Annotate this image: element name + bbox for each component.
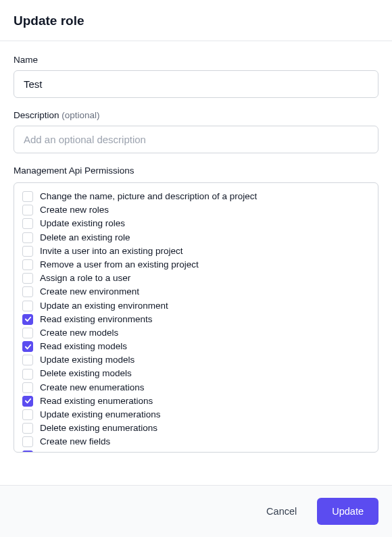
permission-checkbox-wrap[interactable]	[22, 382, 33, 393]
permission-item: Update an existing environment	[14, 299, 378, 313]
permission-checkbox-wrap[interactable]	[22, 218, 33, 229]
permission-item: Create new enumerations	[14, 381, 378, 394]
permission-checkbox[interactable]	[22, 232, 33, 243]
permission-checkbox-wrap[interactable]	[22, 286, 33, 297]
permission-checkbox[interactable]	[22, 273, 33, 284]
check-icon	[24, 343, 32, 351]
permission-item: Read existing models	[14, 340, 378, 353]
permission-checkbox-wrap[interactable]	[22, 328, 33, 338]
cancel-button[interactable]: Cancel	[258, 499, 305, 523]
permission-item: Read existing environments	[14, 313, 378, 326]
permission-item: Read existing enumerations	[14, 394, 378, 408]
permission-checkbox-wrap[interactable]	[22, 259, 33, 270]
check-icon	[24, 452, 32, 453]
permission-label[interactable]: Update existing roles	[40, 218, 125, 229]
permission-checkbox[interactable]	[22, 451, 33, 453]
permission-label[interactable]: Remove a user from an existing project	[40, 259, 199, 270]
permission-item: Create new models	[14, 326, 378, 340]
permission-checkbox-wrap[interactable]	[22, 191, 33, 202]
permission-item: Delete an existing role	[14, 231, 378, 245]
permission-label[interactable]: Read existing fields	[40, 451, 119, 453]
permission-label[interactable]: Update an existing environment	[40, 301, 168, 311]
permission-label[interactable]: Read existing models	[40, 341, 127, 352]
permission-checkbox[interactable]	[22, 191, 33, 202]
page-title: Update role	[14, 14, 378, 28]
permission-label[interactable]: Delete existing models	[40, 368, 132, 379]
permission-checkbox-wrap[interactable]	[22, 436, 33, 447]
permission-checkbox-wrap[interactable]	[22, 205, 33, 215]
permission-item: Create new environment	[14, 285, 378, 299]
permission-checkbox-wrap[interactable]	[22, 314, 33, 325]
permission-item: Delete existing enumerations	[14, 421, 378, 435]
permission-item: Delete existing models	[14, 367, 378, 380]
permission-label[interactable]: Create new environment	[40, 286, 139, 297]
permission-label[interactable]: Update existing models	[40, 355, 134, 365]
permission-checkbox[interactable]	[22, 396, 33, 407]
permission-item: Create new fields	[14, 435, 378, 449]
permission-label[interactable]: Delete an existing role	[40, 232, 130, 243]
permission-label[interactable]: Assign a role to a user	[40, 273, 130, 284]
permission-checkbox-wrap[interactable]	[22, 341, 33, 352]
permission-item: Create new roles	[14, 203, 378, 217]
permission-checkbox[interactable]	[22, 369, 33, 380]
permission-checkbox[interactable]	[22, 259, 33, 270]
permission-label[interactable]: Change the name, picture and description…	[40, 191, 257, 202]
permission-checkbox-wrap[interactable]	[22, 409, 33, 420]
permission-checkbox[interactable]	[22, 218, 33, 229]
permission-label[interactable]: Read existing enumerations	[40, 396, 153, 407]
permission-checkbox-wrap[interactable]	[22, 451, 33, 453]
permission-checkbox[interactable]	[22, 301, 33, 311]
name-input[interactable]	[14, 70, 378, 98]
permission-checkbox[interactable]	[22, 314, 33, 325]
permission-item: Invite a user into an existing project	[14, 245, 378, 258]
permission-checkbox[interactable]	[22, 328, 33, 338]
dialog-footer: Cancel Update	[0, 485, 392, 537]
permission-checkbox[interactable]	[22, 382, 33, 393]
permission-item: Remove a user from an existing project	[14, 258, 378, 272]
permission-label[interactable]: Update existing enumerations	[40, 409, 161, 420]
permission-checkbox-wrap[interactable]	[22, 246, 33, 257]
permission-checkbox[interactable]	[22, 409, 33, 420]
name-label: Name	[14, 55, 378, 65]
description-input[interactable]	[14, 126, 378, 153]
permission-item: Update existing roles	[14, 217, 378, 230]
permission-label[interactable]: Create new fields	[40, 436, 110, 447]
name-field-group: Name	[14, 55, 378, 98]
permission-item: Change the name, picture and description…	[14, 190, 378, 203]
permission-checkbox-wrap[interactable]	[22, 396, 33, 407]
dialog-header: Update role	[0, 0, 392, 41]
permission-checkbox-wrap[interactable]	[22, 232, 33, 243]
check-icon	[24, 315, 32, 323]
permission-checkbox-wrap[interactable]	[22, 355, 33, 365]
permission-checkbox[interactable]	[22, 341, 33, 352]
permission-checkbox-wrap[interactable]	[22, 273, 33, 284]
permission-item: Update existing enumerations	[14, 408, 378, 421]
description-label: Description (optional)	[14, 110, 378, 120]
permission-label[interactable]: Create new models	[40, 328, 118, 338]
permission-label[interactable]: Read existing environments	[40, 314, 153, 325]
permissions-list[interactable]: Change the name, picture and description…	[14, 182, 378, 453]
permission-label[interactable]: Invite a user into an existing project	[40, 246, 183, 257]
permission-checkbox[interactable]	[22, 205, 33, 215]
permission-checkbox-wrap[interactable]	[22, 301, 33, 311]
check-icon	[24, 397, 32, 405]
permission-label[interactable]: Delete existing enumerations	[40, 423, 157, 434]
permission-checkbox[interactable]	[22, 355, 33, 365]
permission-checkbox-wrap[interactable]	[22, 423, 33, 434]
description-label-text: Description	[14, 110, 59, 120]
permission-item: Assign a role to a user	[14, 272, 378, 285]
permission-label[interactable]: Create new enumerations	[40, 382, 145, 393]
permission-label[interactable]: Create new roles	[40, 205, 109, 215]
permission-checkbox[interactable]	[22, 246, 33, 257]
permission-checkbox-wrap[interactable]	[22, 369, 33, 380]
permissions-section-label: Management Api Permissions	[14, 165, 378, 176]
permission-checkbox[interactable]	[22, 286, 33, 297]
update-button[interactable]: Update	[317, 498, 378, 525]
dialog-content: Name Description (optional) Management A…	[0, 41, 392, 485]
permission-checkbox[interactable]	[22, 423, 33, 434]
description-field-group: Description (optional)	[14, 110, 378, 153]
permission-item: Update existing models	[14, 353, 378, 367]
permission-item: Read existing fields	[14, 449, 378, 453]
description-optional-tag: (optional)	[62, 110, 99, 120]
permission-checkbox[interactable]	[22, 436, 33, 447]
